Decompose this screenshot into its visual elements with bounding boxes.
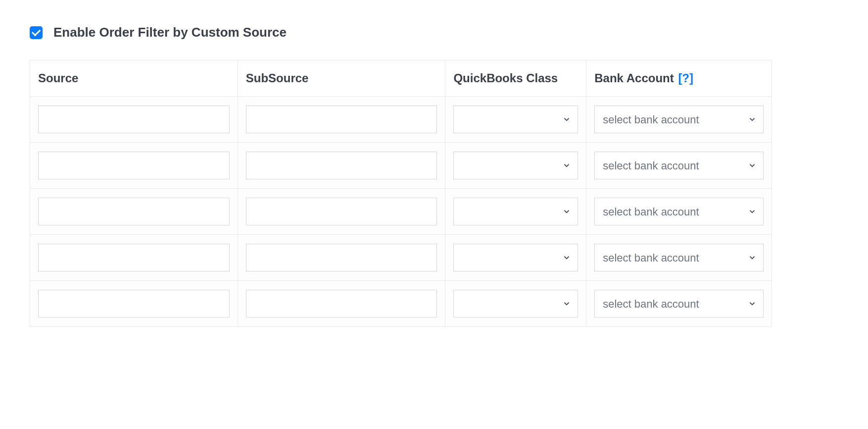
- bank-account-select[interactable]: select bank account: [594, 198, 764, 225]
- qbclass-select[interactable]: [453, 198, 578, 225]
- bank-account-select[interactable]: select bank account: [594, 106, 764, 133]
- header-bank: Bank Account [?]: [586, 60, 772, 97]
- table-row: select bank account: [30, 97, 772, 143]
- qbclass-select[interactable]: [453, 106, 578, 133]
- enable-filter-row: Enable Order Filter by Custom Source: [30, 25, 838, 40]
- bank-help-link[interactable]: [?]: [678, 71, 693, 85]
- qbclass-select[interactable]: [453, 244, 578, 271]
- filter-table: Source SubSource QuickBooks Class Bank A…: [30, 60, 772, 327]
- enable-filter-checkbox[interactable]: [30, 26, 43, 39]
- source-input[interactable]: [38, 106, 230, 133]
- table-row: select bank account: [30, 281, 772, 327]
- table-row: select bank account: [30, 143, 772, 189]
- table-row: select bank account: [30, 235, 772, 281]
- subsource-input[interactable]: [246, 244, 437, 271]
- subsource-input[interactable]: [246, 152, 437, 179]
- subsource-input[interactable]: [246, 198, 437, 225]
- bank-account-select[interactable]: select bank account: [594, 152, 764, 179]
- source-input[interactable]: [38, 152, 230, 179]
- source-input[interactable]: [38, 290, 230, 318]
- header-qbclass: QuickBooks Class: [445, 60, 586, 97]
- subsource-input[interactable]: [246, 106, 437, 133]
- bank-account-select[interactable]: select bank account: [594, 244, 764, 271]
- qbclass-select[interactable]: [453, 152, 578, 179]
- table-row: select bank account: [30, 189, 772, 235]
- qbclass-select[interactable]: [453, 290, 578, 318]
- bank-account-select[interactable]: select bank account: [594, 290, 764, 318]
- subsource-input[interactable]: [246, 290, 437, 318]
- source-input[interactable]: [38, 198, 230, 225]
- header-source: Source: [30, 60, 238, 97]
- source-input[interactable]: [38, 244, 230, 271]
- header-subsource: SubSource: [238, 60, 445, 97]
- header-bank-label: Bank Account: [594, 71, 674, 85]
- enable-filter-label: Enable Order Filter by Custom Source: [53, 25, 287, 40]
